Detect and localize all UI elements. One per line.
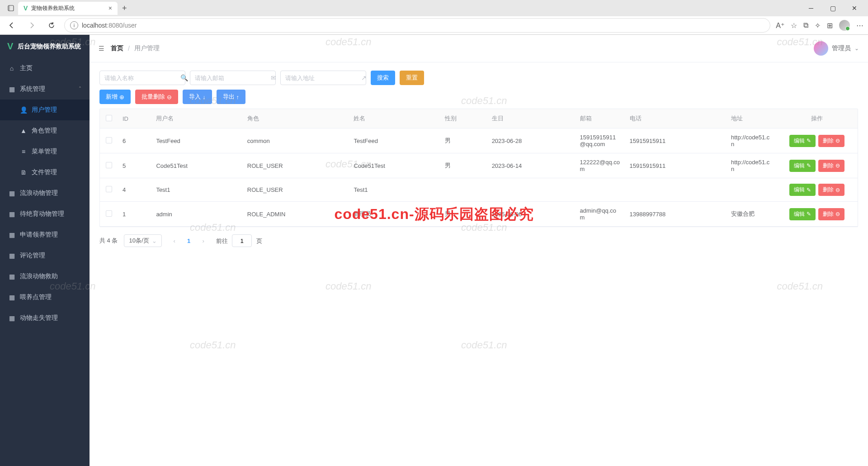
- cell-name: TestFeed: [349, 128, 440, 153]
- collections-icon[interactable]: ⧉: [803, 21, 808, 29]
- edit-icon: ✎: [807, 211, 811, 217]
- select-all-checkbox[interactable]: [106, 115, 112, 121]
- col-gender: 性别: [440, 109, 487, 128]
- delete-button[interactable]: 删除 ⊖: [818, 184, 844, 196]
- tab-bar: V 宠物领养救助系统 × + ─ ▢ ✕: [0, 0, 868, 16]
- hamburger-icon[interactable]: ☰: [99, 45, 104, 52]
- page-number[interactable]: 1: [183, 234, 195, 247]
- sidebar: V 后台宠物领养救助系统 ⌂ 主页 ▦ 系统管理 ˄ 👤 用户管理 ▲ 角色管理…: [0, 35, 90, 466]
- sidebar-item-comment[interactable]: ▦ 评论管理: [0, 245, 90, 266]
- row-checkbox[interactable]: [106, 162, 112, 168]
- sidebar-item-sterilize[interactable]: ▦ 待绝育动物管理: [0, 204, 90, 224]
- name-field[interactable]: [104, 75, 180, 81]
- delete-button[interactable]: 删除 ⊖: [818, 208, 844, 220]
- sidebar-item-stray[interactable]: ▦ 流浪动物管理: [0, 183, 90, 204]
- edit-button[interactable]: 编辑 ✎: [789, 208, 816, 220]
- row-checkbox[interactable]: [106, 137, 112, 143]
- export-button[interactable]: 导出 ↑: [217, 90, 246, 104]
- address-input[interactable]: ↗: [280, 71, 366, 85]
- upload-icon: ↑: [236, 94, 240, 100]
- search-button[interactable]: 搜索: [371, 71, 395, 85]
- row-checkbox[interactable]: [106, 186, 112, 192]
- read-aloud-icon[interactable]: A⁺: [776, 21, 784, 30]
- cell-gender: 男: [440, 153, 487, 178]
- extensions-icon[interactable]: ✧: [815, 21, 821, 30]
- menu-icon: ≡: [20, 148, 27, 155]
- sidebar-item-menu-mgmt[interactable]: ≡ 菜单管理: [0, 141, 90, 162]
- tab-close-icon[interactable]: ×: [108, 5, 112, 12]
- download-icon: ↓: [203, 94, 206, 100]
- favicon-icon: V: [24, 5, 28, 12]
- envelope-icon[interactable]: ✉: [271, 74, 276, 81]
- address-field[interactable]: [285, 75, 361, 81]
- location-icon[interactable]: ↗: [361, 74, 367, 81]
- sidebar-item-system[interactable]: ▦ 系统管理 ˄: [0, 79, 90, 100]
- sidebar-item-role-mgmt[interactable]: ▲ 角色管理: [0, 120, 90, 141]
- minimize-button[interactable]: ─: [801, 1, 821, 15]
- sidebar-item-user-mgmt[interactable]: 👤 用户管理: [0, 100, 90, 120]
- cell-phone: [625, 178, 726, 202]
- breadcrumb-home[interactable]: 首页: [111, 44, 123, 52]
- refresh-button[interactable]: [44, 18, 59, 33]
- prev-page-button[interactable]: ‹: [168, 234, 181, 247]
- cell-address: [726, 178, 776, 202]
- app-icon[interactable]: ⊞: [827, 21, 833, 30]
- favorite-icon[interactable]: ☆: [791, 21, 797, 30]
- page-jump-input[interactable]: [232, 234, 252, 247]
- sidebar-item-feed-point[interactable]: ▦ 喂养点管理: [0, 287, 90, 308]
- sidebar-item-file-mgmt[interactable]: 🗎 文件管理: [0, 162, 90, 183]
- name-input[interactable]: 🔍: [99, 71, 185, 85]
- cell-phone: 13988997788: [625, 202, 726, 227]
- import-button[interactable]: 导入 ↓: [183, 90, 212, 104]
- cell-username: Test1: [151, 178, 242, 202]
- edit-button[interactable]: 编辑 ✎: [789, 184, 816, 196]
- tab-list-button[interactable]: [4, 2, 18, 14]
- cell-gender: 男: [440, 202, 487, 227]
- browser-tab[interactable]: V 宠物领养救助系统 ×: [18, 2, 118, 15]
- table-row: 4Test1ROLE_USERTest1编辑 ✎删除 ⊖: [100, 178, 858, 202]
- add-button[interactable]: 新增 ⊕: [99, 90, 131, 104]
- edit-icon: ✎: [807, 162, 811, 169]
- edit-button[interactable]: 编辑 ✎: [789, 135, 816, 147]
- cell-name: Code51Test: [349, 153, 440, 178]
- col-username: 用户名: [151, 109, 242, 128]
- row-checkbox[interactable]: [106, 210, 112, 217]
- page-jump: 前往 页: [216, 234, 262, 247]
- role-icon: ▲: [20, 127, 27, 134]
- user-dropdown[interactable]: 管理员 ⌄: [814, 41, 859, 56]
- batch-delete-button[interactable]: 批量删除 ⊖: [135, 90, 178, 104]
- url-field[interactable]: i localhost:8080/user: [64, 18, 770, 33]
- cell-address: http://code51.cn: [726, 128, 776, 153]
- forward-button[interactable]: [24, 18, 39, 33]
- file-icon: 🗎: [20, 169, 27, 176]
- reset-button[interactable]: 重置: [400, 71, 424, 85]
- close-button[interactable]: ✕: [844, 1, 864, 15]
- new-tab-button[interactable]: +: [118, 4, 132, 13]
- cell-role: ROLE_USER: [243, 178, 349, 202]
- next-page-button[interactable]: ›: [197, 234, 210, 247]
- email-field[interactable]: [195, 75, 271, 81]
- sidebar-item-lost[interactable]: ▦ 动物走失管理: [0, 308, 90, 328]
- delete-button[interactable]: 删除 ⊖: [818, 160, 844, 172]
- minus-icon: ⊖: [835, 138, 840, 144]
- site-info-icon[interactable]: i: [70, 21, 78, 29]
- profile-avatar-icon[interactable]: [839, 20, 850, 31]
- back-button[interactable]: [5, 18, 19, 33]
- sidebar-item-rescue[interactable]: ▦ 流浪动物救助: [0, 266, 90, 287]
- delete-button[interactable]: 删除 ⊖: [818, 135, 844, 147]
- edit-button[interactable]: 编辑 ✎: [789, 160, 816, 172]
- breadcrumb: 首页 / 用户管理: [111, 44, 160, 52]
- maximize-button[interactable]: ▢: [823, 1, 843, 15]
- sidebar-item-adopt[interactable]: ▦ 申请领养管理: [0, 224, 90, 245]
- sidebar-item-home[interactable]: ⌂ 主页: [0, 58, 90, 79]
- cell-gender: [440, 178, 487, 202]
- user-table: ID 用户名 角色 姓名 性别 生日 邮箱 电话 地址 操作 6TestFeed: [99, 109, 858, 227]
- search-icon[interactable]: 🔍: [180, 74, 188, 81]
- table-row: 1adminROLE_ADMIN管理员男1995-06-06admin@qq.c…: [100, 202, 858, 227]
- email-input[interactable]: ✉: [190, 71, 276, 85]
- minus-icon: ⊖: [835, 187, 840, 193]
- more-icon[interactable]: ⋯: [856, 21, 863, 30]
- chevron-up-icon: ˄: [79, 86, 81, 92]
- page-size-select[interactable]: 10条/页 ⌄: [124, 234, 161, 247]
- grid-icon: ▦: [8, 252, 15, 259]
